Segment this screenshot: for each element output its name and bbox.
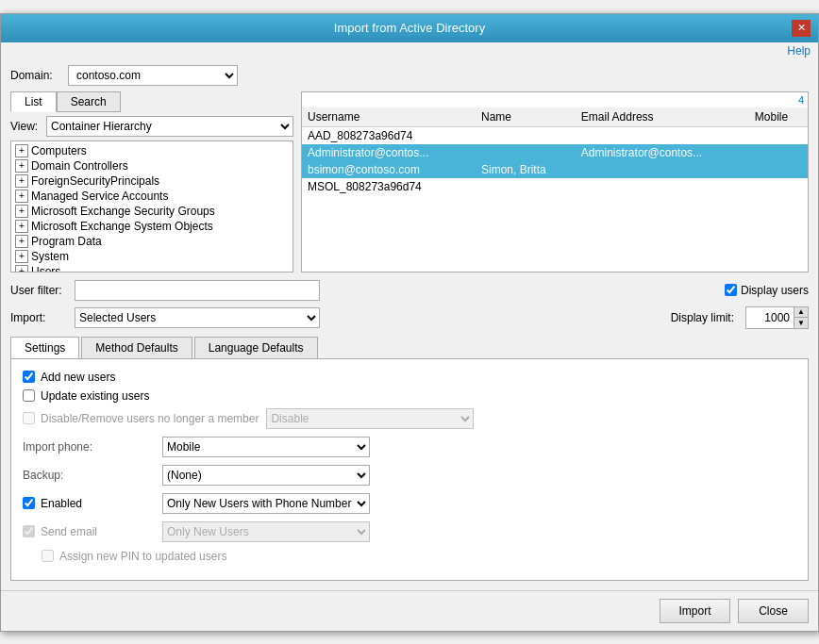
expand-icon[interactable]: + [15,235,28,248]
cell-email [576,126,749,144]
user-table: Username Name Email Address Mobile AAD_8… [302,107,808,195]
assign-pin-checkbox[interactable] [42,550,54,562]
expand-icon[interactable]: + [15,190,28,203]
tree-item[interactable]: + Program Data [13,234,291,249]
update-existing-checkbox[interactable] [23,389,35,402]
close-button[interactable]: ✕ [792,20,811,37]
send-email-checkbox[interactable] [23,525,35,537]
tree-item-label: Program Data [31,235,102,248]
enabled-row: Enabled Only New Users with Phone Number… [23,493,796,514]
cell-mobile [749,178,808,195]
settings-panel: Add new users Update existing users Disa… [10,359,809,581]
cell-name [476,178,576,195]
domain-select[interactable]: contoso.com [68,65,238,86]
view-label: View: [10,120,41,133]
send-email-select[interactable]: Only New Users All Users [162,521,370,542]
result-counter: 4 [302,92,808,107]
view-select[interactable]: Container Hierarchy [46,116,293,137]
tree-item-label: Users [31,265,60,272]
display-limit-input[interactable] [746,307,794,328]
cell-mobile [749,144,808,161]
user-table-panel: 4 Username Name Email Address Mobile AAD… [301,91,809,272]
enabled-checkbox[interactable] [23,497,35,509]
import-phone-select[interactable]: Mobile Work Home [162,437,370,457]
domain-row: Domain: contoso.com [10,65,809,86]
table-row[interactable]: bsimon@contoso.com Simon, Britta [302,161,808,178]
assign-pin-label: Assign new PIN to updated users [59,550,226,563]
enabled-select[interactable]: Only New Users with Phone Number All Use… [162,493,370,514]
col-mobile: Mobile [749,107,808,127]
tree-item[interactable]: + ForeignSecurityPrincipals [13,173,291,189]
col-name: Name [476,107,576,127]
tree-container[interactable]: + Computers + Domain Controllers + Forei… [10,140,293,272]
left-panel: List Search View: Container Hierarchy + … [10,91,293,272]
spin-up-button[interactable]: ▲ [794,307,808,318]
expand-icon[interactable]: + [15,250,28,263]
display-limit-label: Display limit: [671,311,734,324]
import-phone-label: Import phone: [23,440,155,454]
display-users-checkbox[interactable] [725,284,737,296]
import-button[interactable]: Import [660,599,730,623]
expand-icon[interactable]: + [15,144,28,157]
tree-item[interactable]: + Computers [13,143,291,158]
close-dialog-button[interactable]: Close [738,599,809,623]
import-dialog: Import from Active Directory ✕ Help Doma… [0,13,819,632]
display-users-label: Display users [725,284,809,297]
user-filter-input[interactable] [75,280,320,301]
cell-username: bsimon@contoso.com [302,161,476,178]
tree-item-label: System [31,250,69,263]
expand-icon[interactable]: + [15,220,28,233]
add-new-users-label[interactable]: Add new users [41,371,115,384]
expand-icon[interactable]: + [15,174,28,188]
add-new-users-checkbox[interactable] [23,371,35,383]
expand-icon[interactable]: + [15,159,28,173]
help-link[interactable]: Help [1,42,818,59]
tree-item[interactable]: + Microsoft Exchange System Objects [13,219,291,234]
list-search-tabs: List Search [10,91,293,112]
tree-item[interactable]: + Users [13,264,291,272]
add-new-users-row: Add new users [23,371,796,384]
tab-list[interactable]: List [10,91,57,112]
tree-item-label: Microsoft Exchange Security Groups [31,205,215,218]
cell-email [576,161,749,178]
tab-settings[interactable]: Settings [10,337,79,358]
spin-down-button[interactable]: ▼ [794,318,808,328]
bottom-buttons: Import Close [1,590,818,631]
table-row[interactable]: Administrator@contos... Administrator@co… [302,144,808,161]
disable-select[interactable]: Disable Remove [266,408,474,429]
tree-item[interactable]: + Microsoft Exchange Security Groups [13,204,291,219]
update-existing-label[interactable]: Update existing users [41,389,149,403]
col-email: Email Address [576,107,749,127]
main-area: List Search View: Container Hierarchy + … [10,91,809,272]
view-row: View: Container Hierarchy [10,116,293,137]
tree-item[interactable]: + Managed Service Accounts [13,189,291,204]
tree-item[interactable]: + Domain Controllers [13,158,291,173]
tree-item-label: Computers [31,144,87,157]
import-select[interactable]: Selected Users All Users Filtered Users [75,307,320,328]
cell-username: AAD_808273a96d74 [302,126,476,144]
tree-item-label: Managed Service Accounts [31,190,168,203]
tab-method-defaults[interactable]: Method Defaults [81,337,192,358]
table-row[interactable]: AAD_808273a96d74 [302,126,808,144]
assign-pin-row: Assign new PIN to updated users [42,550,796,563]
cell-email [576,178,749,195]
tree-item[interactable]: + System [13,249,291,264]
tab-search[interactable]: Search [57,91,121,112]
backup-select[interactable]: (None) [162,465,370,486]
cell-name [476,126,576,144]
tree-item-label: Microsoft Exchange System Objects [31,220,213,233]
tab-language-defaults[interactable]: Language Defaults [194,337,318,358]
disable-remove-checkbox[interactable] [23,412,35,424]
backup-row: Backup: (None) [23,465,796,486]
table-row[interactable]: MSOL_808273a96d74 [302,178,808,195]
update-existing-row: Update existing users [23,389,796,403]
cell-name: Simon, Britta [476,161,576,178]
send-email-label: Send email [41,525,97,538]
expand-icon[interactable]: + [15,205,28,218]
display-limit-spinbox[interactable]: ▲ ▼ [745,306,809,329]
dialog-title: Import from Active Directory [27,21,792,35]
expand-icon[interactable]: + [15,265,28,272]
cell-username: MSOL_808273a96d74 [302,178,476,195]
import-label: Import: [10,311,67,324]
enabled-label[interactable]: Enabled [41,497,82,510]
